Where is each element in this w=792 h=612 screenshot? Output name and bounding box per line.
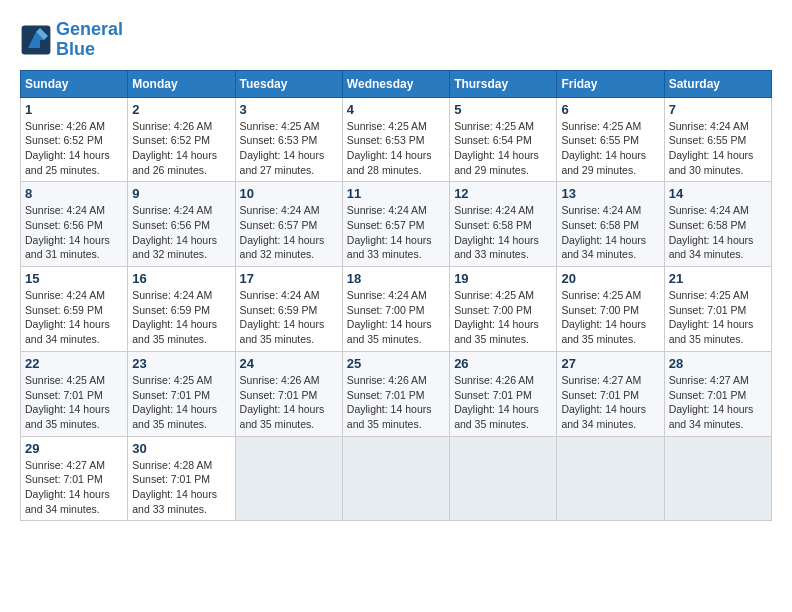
- day-number: 29: [25, 441, 123, 456]
- calendar-cell: 20 Sunrise: 4:25 AM Sunset: 7:00 PM Dayl…: [557, 267, 664, 352]
- day-number: 6: [561, 102, 659, 117]
- day-number: 17: [240, 271, 338, 286]
- day-number: 2: [132, 102, 230, 117]
- weekday-header-saturday: Saturday: [664, 70, 771, 97]
- day-number: 28: [669, 356, 767, 371]
- day-info: Sunrise: 4:25 AM Sunset: 6:53 PM Dayligh…: [347, 119, 445, 178]
- calendar-cell: 11 Sunrise: 4:24 AM Sunset: 6:57 PM Dayl…: [342, 182, 449, 267]
- logo: General Blue: [20, 20, 123, 60]
- day-info: Sunrise: 4:24 AM Sunset: 6:58 PM Dayligh…: [454, 203, 552, 262]
- logo-icon: [20, 24, 52, 56]
- calendar-week-4: 22 Sunrise: 4:25 AM Sunset: 7:01 PM Dayl…: [21, 351, 772, 436]
- day-info: Sunrise: 4:25 AM Sunset: 7:01 PM Dayligh…: [669, 288, 767, 347]
- calendar-cell: 14 Sunrise: 4:24 AM Sunset: 6:58 PM Dayl…: [664, 182, 771, 267]
- calendar-cell: 10 Sunrise: 4:24 AM Sunset: 6:57 PM Dayl…: [235, 182, 342, 267]
- calendar-table: SundayMondayTuesdayWednesdayThursdayFrid…: [20, 70, 772, 522]
- day-number: 8: [25, 186, 123, 201]
- day-info: Sunrise: 4:24 AM Sunset: 6:59 PM Dayligh…: [132, 288, 230, 347]
- day-number: 22: [25, 356, 123, 371]
- day-info: Sunrise: 4:27 AM Sunset: 7:01 PM Dayligh…: [561, 373, 659, 432]
- calendar-cell: 19 Sunrise: 4:25 AM Sunset: 7:00 PM Dayl…: [450, 267, 557, 352]
- calendar-cell: 7 Sunrise: 4:24 AM Sunset: 6:55 PM Dayli…: [664, 97, 771, 182]
- calendar-cell: [235, 436, 342, 521]
- calendar-cell: 16 Sunrise: 4:24 AM Sunset: 6:59 PM Dayl…: [128, 267, 235, 352]
- day-info: Sunrise: 4:28 AM Sunset: 7:01 PM Dayligh…: [132, 458, 230, 517]
- calendar-cell: 9 Sunrise: 4:24 AM Sunset: 6:56 PM Dayli…: [128, 182, 235, 267]
- day-number: 3: [240, 102, 338, 117]
- day-number: 5: [454, 102, 552, 117]
- calendar-cell: 3 Sunrise: 4:25 AM Sunset: 6:53 PM Dayli…: [235, 97, 342, 182]
- calendar-cell: 29 Sunrise: 4:27 AM Sunset: 7:01 PM Dayl…: [21, 436, 128, 521]
- calendar-week-3: 15 Sunrise: 4:24 AM Sunset: 6:59 PM Dayl…: [21, 267, 772, 352]
- calendar-cell: 13 Sunrise: 4:24 AM Sunset: 6:58 PM Dayl…: [557, 182, 664, 267]
- day-number: 1: [25, 102, 123, 117]
- day-number: 14: [669, 186, 767, 201]
- day-number: 10: [240, 186, 338, 201]
- calendar-cell: 21 Sunrise: 4:25 AM Sunset: 7:01 PM Dayl…: [664, 267, 771, 352]
- day-info: Sunrise: 4:26 AM Sunset: 6:52 PM Dayligh…: [132, 119, 230, 178]
- day-info: Sunrise: 4:27 AM Sunset: 7:01 PM Dayligh…: [669, 373, 767, 432]
- day-info: Sunrise: 4:25 AM Sunset: 7:01 PM Dayligh…: [132, 373, 230, 432]
- calendar-cell: 25 Sunrise: 4:26 AM Sunset: 7:01 PM Dayl…: [342, 351, 449, 436]
- calendar-week-5: 29 Sunrise: 4:27 AM Sunset: 7:01 PM Dayl…: [21, 436, 772, 521]
- day-number: 7: [669, 102, 767, 117]
- calendar-cell: 23 Sunrise: 4:25 AM Sunset: 7:01 PM Dayl…: [128, 351, 235, 436]
- day-info: Sunrise: 4:24 AM Sunset: 6:59 PM Dayligh…: [25, 288, 123, 347]
- day-number: 11: [347, 186, 445, 201]
- day-info: Sunrise: 4:25 AM Sunset: 7:00 PM Dayligh…: [561, 288, 659, 347]
- day-info: Sunrise: 4:26 AM Sunset: 6:52 PM Dayligh…: [25, 119, 123, 178]
- calendar-cell: [557, 436, 664, 521]
- calendar-cell: 5 Sunrise: 4:25 AM Sunset: 6:54 PM Dayli…: [450, 97, 557, 182]
- calendar-cell: 27 Sunrise: 4:27 AM Sunset: 7:01 PM Dayl…: [557, 351, 664, 436]
- day-info: Sunrise: 4:26 AM Sunset: 7:01 PM Dayligh…: [454, 373, 552, 432]
- weekday-header-monday: Monday: [128, 70, 235, 97]
- day-number: 26: [454, 356, 552, 371]
- day-number: 30: [132, 441, 230, 456]
- calendar-cell: 26 Sunrise: 4:26 AM Sunset: 7:01 PM Dayl…: [450, 351, 557, 436]
- calendar-cell: 28 Sunrise: 4:27 AM Sunset: 7:01 PM Dayl…: [664, 351, 771, 436]
- day-number: 18: [347, 271, 445, 286]
- calendar-cell: 22 Sunrise: 4:25 AM Sunset: 7:01 PM Dayl…: [21, 351, 128, 436]
- weekday-header-sunday: Sunday: [21, 70, 128, 97]
- day-number: 20: [561, 271, 659, 286]
- day-number: 27: [561, 356, 659, 371]
- calendar-cell: 24 Sunrise: 4:26 AM Sunset: 7:01 PM Dayl…: [235, 351, 342, 436]
- day-number: 24: [240, 356, 338, 371]
- day-info: Sunrise: 4:24 AM Sunset: 6:55 PM Dayligh…: [669, 119, 767, 178]
- calendar-cell: 4 Sunrise: 4:25 AM Sunset: 6:53 PM Dayli…: [342, 97, 449, 182]
- day-number: 9: [132, 186, 230, 201]
- calendar-cell: 15 Sunrise: 4:24 AM Sunset: 6:59 PM Dayl…: [21, 267, 128, 352]
- calendar-cell: 18 Sunrise: 4:24 AM Sunset: 7:00 PM Dayl…: [342, 267, 449, 352]
- calendar-week-2: 8 Sunrise: 4:24 AM Sunset: 6:56 PM Dayli…: [21, 182, 772, 267]
- calendar-cell: 30 Sunrise: 4:28 AM Sunset: 7:01 PM Dayl…: [128, 436, 235, 521]
- day-info: Sunrise: 4:25 AM Sunset: 6:55 PM Dayligh…: [561, 119, 659, 178]
- day-info: Sunrise: 4:24 AM Sunset: 6:56 PM Dayligh…: [132, 203, 230, 262]
- day-info: Sunrise: 4:24 AM Sunset: 6:59 PM Dayligh…: [240, 288, 338, 347]
- day-number: 16: [132, 271, 230, 286]
- calendar-cell: 17 Sunrise: 4:24 AM Sunset: 6:59 PM Dayl…: [235, 267, 342, 352]
- day-info: Sunrise: 4:27 AM Sunset: 7:01 PM Dayligh…: [25, 458, 123, 517]
- day-info: Sunrise: 4:26 AM Sunset: 7:01 PM Dayligh…: [347, 373, 445, 432]
- day-info: Sunrise: 4:24 AM Sunset: 7:00 PM Dayligh…: [347, 288, 445, 347]
- weekday-header-friday: Friday: [557, 70, 664, 97]
- day-info: Sunrise: 4:25 AM Sunset: 6:53 PM Dayligh…: [240, 119, 338, 178]
- weekday-header-row: SundayMondayTuesdayWednesdayThursdayFrid…: [21, 70, 772, 97]
- weekday-header-thursday: Thursday: [450, 70, 557, 97]
- day-number: 23: [132, 356, 230, 371]
- day-number: 21: [669, 271, 767, 286]
- day-number: 15: [25, 271, 123, 286]
- day-info: Sunrise: 4:24 AM Sunset: 6:56 PM Dayligh…: [25, 203, 123, 262]
- calendar-cell: [450, 436, 557, 521]
- calendar-cell: 6 Sunrise: 4:25 AM Sunset: 6:55 PM Dayli…: [557, 97, 664, 182]
- day-info: Sunrise: 4:25 AM Sunset: 6:54 PM Dayligh…: [454, 119, 552, 178]
- day-info: Sunrise: 4:25 AM Sunset: 7:00 PM Dayligh…: [454, 288, 552, 347]
- day-info: Sunrise: 4:24 AM Sunset: 6:58 PM Dayligh…: [669, 203, 767, 262]
- calendar-cell: 1 Sunrise: 4:26 AM Sunset: 6:52 PM Dayli…: [21, 97, 128, 182]
- day-info: Sunrise: 4:24 AM Sunset: 6:58 PM Dayligh…: [561, 203, 659, 262]
- calendar-week-1: 1 Sunrise: 4:26 AM Sunset: 6:52 PM Dayli…: [21, 97, 772, 182]
- day-number: 4: [347, 102, 445, 117]
- calendar-cell: 2 Sunrise: 4:26 AM Sunset: 6:52 PM Dayli…: [128, 97, 235, 182]
- calendar-cell: 8 Sunrise: 4:24 AM Sunset: 6:56 PM Dayli…: [21, 182, 128, 267]
- day-info: Sunrise: 4:25 AM Sunset: 7:01 PM Dayligh…: [25, 373, 123, 432]
- day-number: 25: [347, 356, 445, 371]
